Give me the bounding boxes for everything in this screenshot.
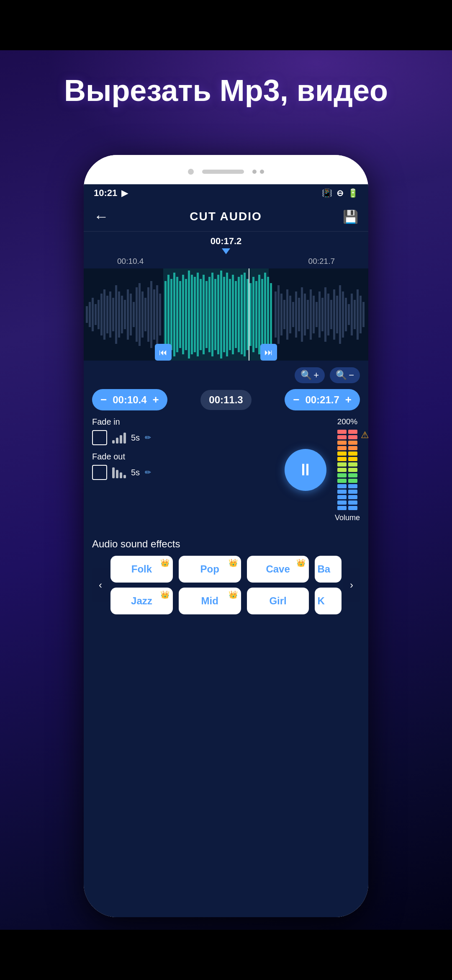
time-controls: − 00:10.4 + 00:11.3 − 00:21.7 + bbox=[92, 389, 360, 410]
cave-label: Cave bbox=[266, 563, 290, 575]
svg-rect-59 bbox=[261, 279, 263, 350]
waveform-container[interactable]: ⏮ ⏭ bbox=[84, 268, 368, 361]
svg-rect-79 bbox=[321, 298, 324, 331]
zoom-in-icon: 🔍 bbox=[300, 370, 312, 381]
svg-rect-23 bbox=[153, 289, 155, 340]
svg-rect-86 bbox=[342, 291, 344, 338]
svg-rect-57 bbox=[255, 281, 257, 348]
fade-in-row: 5s ✏ bbox=[92, 430, 276, 445]
effects-row-1: 👑 Folk 👑 Pop 👑 Cave Ba bbox=[110, 556, 342, 583]
svg-rect-56 bbox=[252, 277, 254, 352]
app-header: ← CUT AUDIO 💾 bbox=[84, 202, 368, 232]
fade-in-checkbox[interactable] bbox=[92, 430, 107, 445]
girl-label: Girl bbox=[269, 595, 286, 606]
save-button[interactable]: 💾 bbox=[343, 209, 358, 224]
svg-rect-37 bbox=[197, 273, 199, 356]
start-time-control[interactable]: − 00:10.4 + bbox=[92, 389, 167, 410]
svg-rect-50 bbox=[235, 281, 237, 348]
folk-crown-icon: 👑 bbox=[160, 558, 170, 567]
effect-mid[interactable]: 👑 Mid bbox=[179, 588, 241, 614]
svg-rect-44 bbox=[217, 275, 219, 354]
svg-rect-42 bbox=[211, 273, 213, 356]
notch-pill bbox=[202, 170, 244, 174]
svg-rect-85 bbox=[339, 285, 341, 344]
fade-in-label: Fade in bbox=[92, 417, 276, 427]
svg-rect-21 bbox=[147, 287, 149, 342]
effect-girl[interactable]: Girl bbox=[247, 588, 309, 614]
volume-bars-wrapper: ⚠ bbox=[337, 430, 357, 510]
bottom-black-bar bbox=[0, 930, 452, 980]
sound-effects-title: Audio sound effects bbox=[92, 538, 360, 550]
time-triangle bbox=[222, 248, 230, 254]
svg-rect-87 bbox=[345, 298, 347, 331]
svg-rect-93 bbox=[362, 302, 365, 327]
effect-pop[interactable]: 👑 Pop bbox=[179, 556, 241, 583]
svg-rect-13 bbox=[124, 300, 126, 329]
duration-display: 00:11.3 bbox=[200, 390, 251, 410]
effects-content: 👑 Folk 👑 Pop 👑 Cave Ba bbox=[92, 556, 360, 614]
effect-cave[interactable]: 👑 Cave bbox=[247, 556, 309, 583]
fade-out-edit-icon[interactable]: ✏ bbox=[145, 468, 151, 477]
volume-bars bbox=[337, 430, 357, 510]
svg-rect-24 bbox=[156, 285, 158, 344]
svg-rect-46 bbox=[223, 277, 225, 352]
svg-rect-67 bbox=[286, 289, 288, 340]
status-right: 📳 ⊖ 🔋 bbox=[322, 188, 358, 198]
svg-rect-19 bbox=[141, 291, 144, 338]
sound-effects-section: Audio sound effects ‹ 👑 Folk 👑 Pop bbox=[84, 534, 368, 917]
left-time-marker: 00:10.4 bbox=[117, 257, 144, 266]
svg-rect-9 bbox=[112, 298, 114, 331]
svg-rect-73 bbox=[304, 294, 306, 335]
svg-rect-82 bbox=[330, 300, 332, 329]
svg-rect-28 bbox=[170, 279, 172, 350]
jazz-crown-icon: 👑 bbox=[160, 590, 170, 599]
svg-rect-58 bbox=[258, 275, 260, 354]
right-time-marker: 00:21.7 bbox=[308, 257, 335, 266]
start-time-minus[interactable]: − bbox=[100, 393, 107, 406]
zoom-out-button[interactable]: 🔍 − bbox=[330, 367, 360, 383]
screen-record-icon: ▶ bbox=[121, 188, 128, 198]
effect-folk[interactable]: 👑 Folk bbox=[110, 556, 173, 583]
svg-rect-91 bbox=[357, 289, 359, 340]
svg-rect-5 bbox=[100, 294, 103, 335]
left-arrow-icon: ‹ bbox=[99, 579, 102, 591]
svg-rect-8 bbox=[109, 291, 111, 338]
svg-rect-53 bbox=[244, 273, 246, 356]
svg-rect-39 bbox=[203, 275, 205, 354]
end-time-plus[interactable]: + bbox=[345, 393, 352, 406]
svg-rect-70 bbox=[295, 291, 297, 338]
svg-rect-65 bbox=[280, 294, 282, 335]
svg-rect-10 bbox=[115, 285, 117, 344]
fade-in-edit-icon[interactable]: ✏ bbox=[145, 433, 151, 442]
effects-nav-right[interactable]: › bbox=[343, 568, 360, 602]
pause-icon: ⏸ bbox=[297, 460, 314, 479]
effect-jazz[interactable]: 👑 Jazz bbox=[110, 588, 173, 614]
fade-out-checkbox[interactable] bbox=[92, 465, 107, 480]
svg-rect-3 bbox=[95, 304, 97, 325]
effects-nav-left[interactable]: ‹ bbox=[92, 568, 109, 602]
waveform-handle-right[interactable]: ⏭ bbox=[260, 344, 277, 361]
svg-rect-54 bbox=[247, 279, 249, 350]
waveform-handle-left[interactable]: ⏮ bbox=[155, 344, 172, 361]
svg-rect-48 bbox=[229, 279, 231, 350]
svg-rect-22 bbox=[150, 281, 152, 348]
effects-wrapper: ‹ 👑 Folk 👑 Pop 👑 bbox=[92, 556, 360, 614]
end-time-minus[interactable]: − bbox=[293, 393, 299, 406]
end-time-control[interactable]: − 00:21.7 + bbox=[285, 389, 360, 410]
svg-rect-84 bbox=[336, 296, 338, 333]
svg-rect-40 bbox=[205, 281, 208, 348]
zoom-in-button[interactable]: 🔍 + bbox=[295, 367, 325, 383]
start-time-plus[interactable]: + bbox=[153, 393, 159, 406]
svg-rect-61 bbox=[267, 277, 269, 352]
controls-section: 🔍 + 🔍 − − 00:10.4 + 00:11.3 bbox=[84, 361, 368, 534]
vol-col-1 bbox=[337, 430, 347, 510]
svg-rect-88 bbox=[348, 304, 350, 325]
svg-rect-7 bbox=[106, 296, 108, 333]
effect-k-partial: K bbox=[315, 588, 342, 614]
back-button[interactable]: ← bbox=[94, 208, 109, 225]
svg-rect-15 bbox=[130, 294, 132, 335]
play-pause-button[interactable]: ⏸ bbox=[285, 449, 326, 491]
svg-rect-12 bbox=[121, 296, 123, 333]
svg-rect-74 bbox=[307, 300, 309, 329]
svg-rect-33 bbox=[185, 279, 187, 350]
